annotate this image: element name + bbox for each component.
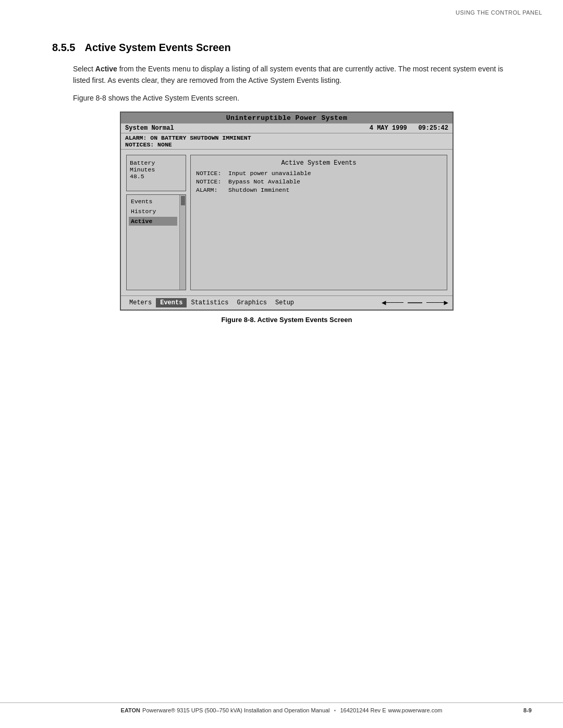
screen-navbar: Meters Events Statistics Graphics Setup … xyxy=(121,295,452,310)
battery-label1: Battery xyxy=(130,159,182,166)
arrow-right-icon: ────▶ xyxy=(426,298,448,307)
screen-body: Battery Minutes 48.5 Events History Acti… xyxy=(121,150,452,295)
footer-page-number: 8-9 xyxy=(523,707,532,713)
nav-events[interactable]: Events xyxy=(156,298,187,307)
events-panel-title: Active System Events xyxy=(196,159,442,167)
alarm-line1: ALARM: ON BATTERY SHUTDOWN IMMINENT xyxy=(125,134,448,141)
body-paragraph-1: Select Active from the Events menu to di… xyxy=(73,63,521,87)
event-type-3: ALARM: xyxy=(196,187,226,193)
footer-website: www.powerware.com xyxy=(388,707,443,713)
screen-statusbar: System Normal 4 MAY 1999 09:25:42 xyxy=(121,124,452,133)
menu-item-events[interactable]: Events xyxy=(129,197,177,206)
screen-alarmbar: ALARM: ON BATTERY SHUTDOWN IMMINENT NOTI… xyxy=(121,133,452,150)
battery-box: Battery Minutes 48.5 xyxy=(126,155,186,191)
section-heading: 8.5.5 Active System Events Screen xyxy=(52,42,521,54)
scrollbar-track xyxy=(179,195,186,290)
battery-value: 48.5 xyxy=(130,173,182,180)
alarm-line2: NOTICES: NONE xyxy=(125,141,448,148)
menu-items: Events History Active xyxy=(127,195,179,290)
event-desc-1: Input power unavailable xyxy=(228,170,311,177)
menu-item-history[interactable]: History xyxy=(129,207,177,216)
nav-statistics[interactable]: Statistics xyxy=(187,298,232,307)
menu-scroll-container: Events History Active xyxy=(126,194,186,290)
figure-caption: Figure 8-8. Active System Events Screen xyxy=(52,316,521,324)
nav-setup[interactable]: Setup xyxy=(271,298,298,307)
arrow-dash xyxy=(408,302,422,303)
event-row-3: ALARM: Shutdown Imminent xyxy=(196,187,442,193)
event-desc-2: Bypass Not Available xyxy=(228,178,300,185)
screen-right-panel: Active System Events NOTICE: Input power… xyxy=(190,155,447,290)
section-number: 8.5.5 xyxy=(52,42,75,54)
screen-left-panel: Battery Minutes 48.5 Events History Acti… xyxy=(126,155,186,290)
screen-simulation: Uninterruptible Power System System Norm… xyxy=(120,112,454,311)
nav-arrows: ◀──── ────▶ xyxy=(382,298,448,307)
screen-datetime: 4 MAY 1999 09:25:42 xyxy=(370,125,448,132)
event-type-1: NOTICE: xyxy=(196,170,226,177)
screen-titlebar: Uninterruptible Power System xyxy=(121,113,452,124)
nav-graphics[interactable]: Graphics xyxy=(232,298,271,307)
battery-label2: Minutes xyxy=(130,166,182,173)
bold-active: Active xyxy=(95,65,117,73)
scrollbar-thumb xyxy=(181,196,185,205)
footer-brand: EATON xyxy=(121,707,141,713)
menu-item-active[interactable]: Active xyxy=(129,217,177,226)
event-row-2: NOTICE: Bypass Not Available xyxy=(196,178,442,185)
page-header-label: USING THE CONTROL PANEL xyxy=(456,9,542,16)
figure-reference-text: Figure 8-8 shows the Active System Event… xyxy=(73,94,521,102)
event-row-1: NOTICE: Input power unavailable xyxy=(196,170,442,177)
page-footer: EATON Powerware® 9315 UPS (500–750 kVA) … xyxy=(0,702,563,713)
footer-bulletin: 164201244 Rev E xyxy=(340,707,386,713)
event-desc-3: Shutdown Imminent xyxy=(228,187,289,193)
arrow-left-icon: ◀──── xyxy=(382,298,403,307)
nav-meters[interactable]: Meters xyxy=(125,298,156,307)
section-title: Active System Events Screen xyxy=(84,42,230,54)
footer-product: Powerware® 9315 UPS (500–750 kVA) Instal… xyxy=(142,707,330,713)
screen-status-label: System Normal xyxy=(125,125,174,132)
event-type-2: NOTICE: xyxy=(196,178,226,185)
